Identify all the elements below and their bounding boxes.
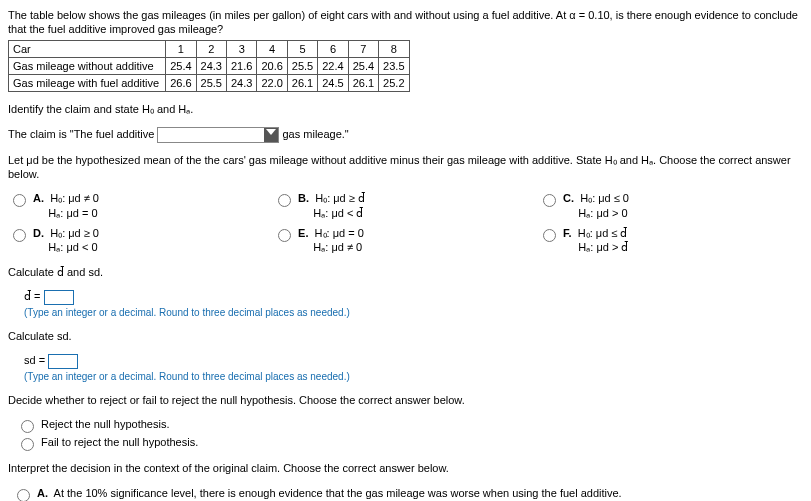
option-c: C. H₀: μd ≤ 0 Hₐ: μd > 0 [563,191,629,220]
fail-reject-radio[interactable] [21,438,34,451]
interp-a-radio[interactable] [17,489,30,501]
option-a-radio[interactable] [13,194,26,207]
option-c-radio[interactable] [543,194,556,207]
identify-prompt: Identify the claim and state H₀ and Hₐ. [8,102,803,116]
sd-note: (Type an integer or a decimal. Round to … [24,371,350,382]
let-line: Let μd be the hypothesized mean of the t… [8,153,803,182]
interp-a-text: At the 10% significance level, there is … [54,487,622,499]
chevron-down-icon [266,129,276,135]
interp-a-letter: A. [37,487,48,499]
row-header-without: Gas mileage without additive [9,57,166,74]
row-header-car: Car [9,40,166,57]
option-f-radio[interactable] [543,229,556,242]
decide-prompt: Decide whether to reject or fail to reje… [8,393,803,407]
calc-d-sd-label: Calculate d̄ and sd. [8,265,803,279]
dbar-input[interactable] [44,290,74,305]
dbar-note: (Type an integer or a decimal. Round to … [24,307,350,318]
option-b-radio[interactable] [278,194,291,207]
reject-radio[interactable] [21,420,34,433]
option-a: A. H₀: μd ≠ 0 Hₐ: μd = 0 [33,191,99,220]
calc-sd-label: Calculate sd. [8,329,803,343]
option-d: D. H₀: μd ≥ 0 Hₐ: μd < 0 [33,226,99,255]
claim-dropdown[interactable] [157,127,279,143]
intro-text: The table below shows the gas mileages (… [8,8,803,37]
claim-post: gas mileage." [282,128,348,140]
data-table: Car 1 2 3 4 5 6 7 8 Gas mileage without … [8,40,410,93]
row-header-with: Gas mileage with fuel additive [9,75,166,92]
option-e-radio[interactable] [278,229,291,242]
reject-label: Reject the null hypothesis. [41,418,169,430]
option-f: F. H₀: μd ≤ d̄ Hₐ: μd > d̄ [563,226,628,255]
claim-pre: The claim is "The fuel additive [8,128,157,140]
interpret-prompt: Interpret the decision in the context of… [8,461,803,475]
fail-reject-label: Fail to reject the null hypothesis. [41,436,198,448]
sd-label: sd = [24,354,48,366]
sd-input[interactable] [48,354,78,369]
option-b: B. H₀: μd ≥ d̄ Hₐ: μd < d̄ [298,191,365,220]
option-d-radio[interactable] [13,229,26,242]
option-e: E. H₀: μd = 0 Hₐ: μd ≠ 0 [298,226,364,255]
dbar-label: d̄ = [24,290,44,302]
